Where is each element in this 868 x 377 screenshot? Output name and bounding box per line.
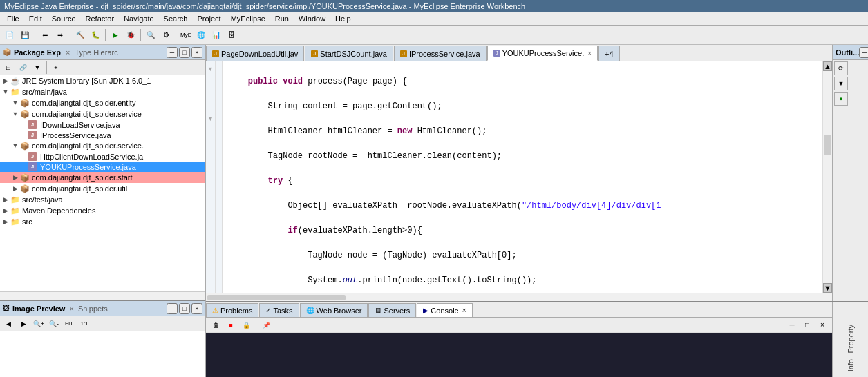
toolbar-run-btn[interactable]: ▶ xyxy=(108,28,122,42)
bl-maximize-btn[interactable]: □ xyxy=(179,303,190,314)
minimize-btn[interactable]: ─ xyxy=(167,47,178,58)
tab-iprocess[interactable]: J IProcessService.java xyxy=(394,46,487,61)
tree-item-service[interactable]: ▼ 📦 com.dajiangtai.djt_spider.service xyxy=(0,108,205,119)
tab-overflow[interactable]: +4 xyxy=(598,46,620,61)
tree-item-jre[interactable]: ▶ ☕ JRE System Library [Sun JDK 1.6.0_1 xyxy=(0,75,205,86)
console-clear-btn[interactable]: 🗑 xyxy=(209,318,223,332)
tree-item-iprocess[interactable]: J IProcessService.java xyxy=(0,130,205,140)
tree-item-util[interactable]: ▶ 📦 com.dajiangtai.djt_spider.util xyxy=(0,183,205,194)
tab-startdsj[interactable]: J StartDSJCount.java xyxy=(305,46,393,61)
outline-btn1[interactable]: ⟳ xyxy=(834,61,848,75)
pkg-link-btn[interactable]: 🔗 xyxy=(16,61,30,75)
close-btn[interactable]: × xyxy=(191,47,202,58)
toolbar-btn2[interactable]: ➡ xyxy=(53,28,67,42)
toolbar-search-btn[interactable]: 🔍 xyxy=(144,28,158,42)
menu-file[interactable]: File xyxy=(3,13,23,24)
bl-close-btn[interactable]: × xyxy=(191,303,202,314)
editor-hscroll[interactable] xyxy=(206,293,832,301)
menu-run[interactable]: Run xyxy=(271,13,293,24)
menu-navigate[interactable]: Navigate xyxy=(120,13,158,24)
tab-console[interactable]: ▶ Console × xyxy=(417,303,472,317)
scroll-track[interactable] xyxy=(823,71,832,135)
toolbar-save-btn[interactable]: 💾 xyxy=(18,28,32,42)
console-stop-btn[interactable]: ■ xyxy=(224,318,238,332)
snippets-tab[interactable]: Snippets xyxy=(78,304,108,313)
pkg-new-btn[interactable]: + xyxy=(49,61,63,75)
toolbar-debug-btn[interactable]: 🐞 xyxy=(124,28,138,42)
console-min-btn[interactable]: ─ xyxy=(785,318,799,332)
tab-webbrowser[interactable]: 🌐 Web Browser xyxy=(300,303,368,317)
menu-window[interactable]: Window xyxy=(294,13,330,24)
tree-item-src[interactable]: ▶ 📁 src xyxy=(0,216,205,227)
web-icon: 🌐 xyxy=(306,307,314,314)
toolbar-prefs-btn[interactable]: ⚙ xyxy=(159,28,173,42)
toolbar-btn4[interactable]: 🐛 xyxy=(88,28,102,42)
bl-minimize-btn[interactable]: ─ xyxy=(167,303,178,314)
scroll-down-btn[interactable]: ▼ xyxy=(823,283,832,293)
tree-item-src-test[interactable]: ▶ 📁 src/test/java xyxy=(0,194,205,205)
tab-java-icon: J xyxy=(212,50,219,57)
console-close-btn[interactable]: × xyxy=(815,318,829,332)
menu-help[interactable]: Help xyxy=(331,13,355,24)
scroll-track2[interactable] xyxy=(823,155,832,283)
maximize-btn[interactable]: □ xyxy=(179,47,190,58)
img-fit-btn[interactable]: FIT xyxy=(62,317,76,331)
menu-search[interactable]: Search xyxy=(160,13,192,24)
tree-arrow: ▼ xyxy=(11,99,19,106)
package-tree[interactable]: ▶ ☕ JRE System Library [Sun JDK 1.6.0_1 … xyxy=(0,75,205,291)
code-content[interactable]: public void process(Page page) { String … xyxy=(223,61,822,293)
menu-myeclipse[interactable]: MyEclipse xyxy=(227,13,270,24)
hscroll-thumb[interactable] xyxy=(207,295,346,300)
tab-close-icon[interactable]: × xyxy=(587,50,592,57)
img-actual-btn[interactable]: 1:1 xyxy=(77,317,91,331)
console-scroll-lock-btn[interactable]: 🔒 xyxy=(239,318,253,332)
tab-youku[interactable]: J YOUKUProcessService. × xyxy=(487,46,598,61)
menu-source[interactable]: Source xyxy=(48,13,80,24)
tree-item-src-main[interactable]: ▼ 📁 src/main/java xyxy=(0,86,205,97)
toolbar-btn1[interactable]: ⬅ xyxy=(38,28,52,42)
image-preview-tab[interactable]: Image Preview xyxy=(12,304,65,313)
outline-btn2[interactable]: ▼ xyxy=(834,77,848,90)
tree-item-httpclient[interactable]: J HttpClientDownLoadService.ja xyxy=(0,151,205,162)
editor-vscroll[interactable]: ▲ ▼ xyxy=(822,61,832,293)
toolbar-row1: 📄 💾 ⬅ ➡ 🔨 🐛 ▶ 🐞 🔍 ⚙ MyE 🌐 📊 🗄 xyxy=(0,26,868,45)
menu-edit[interactable]: Edit xyxy=(25,13,46,24)
toolbar-sep5 xyxy=(176,29,176,41)
toolbar-btn7[interactable]: 📊 xyxy=(209,28,223,42)
tree-item-idownload[interactable]: J IDownLoadService.java xyxy=(0,119,205,130)
toolbar-btn3[interactable]: 🔨 xyxy=(73,28,87,42)
pkg-tab-inactive[interactable]: Type Hierarc xyxy=(75,48,117,57)
img-zoom-in-btn[interactable]: 🔍+ xyxy=(32,317,46,331)
pkg-tab-active[interactable]: Package Exp xyxy=(14,48,61,57)
tree-item-entity[interactable]: ▼ 📦 com.dajiangtai.djt_spider.entity xyxy=(0,97,205,108)
outline-min-btn[interactable]: ─ xyxy=(859,47,868,58)
pkg-collapse-btn[interactable]: ⊟ xyxy=(1,61,15,75)
toolbar-new-btn[interactable]: 📄 xyxy=(3,28,17,42)
tab-close[interactable]: × xyxy=(462,307,466,314)
pkg-hscroll[interactable] xyxy=(0,291,205,300)
tree-item-start[interactable]: ▶ 📦 com.dajiangtai.djt_spider.start xyxy=(0,172,205,183)
tab-servers[interactable]: 🖥 Servers xyxy=(368,303,416,317)
toolbar-btn6[interactable]: 🌐 xyxy=(194,28,208,42)
console-pin-btn[interactable]: 📌 xyxy=(259,318,273,332)
toolbar-sep3 xyxy=(105,29,106,41)
toolbar-btn8[interactable]: 🗄 xyxy=(225,28,238,42)
toolbar-btn5[interactable]: MyE xyxy=(179,28,193,42)
tab-pagedownload[interactable]: J PageDownLoadUtil.jav xyxy=(206,46,304,61)
tab-tasks[interactable]: ✓ Tasks xyxy=(259,303,299,317)
menu-refactor[interactable]: Refactor xyxy=(82,13,119,24)
tree-item-youku[interactable]: J YOUKUProcessService.java xyxy=(0,162,205,172)
console-content[interactable] xyxy=(206,333,832,377)
scroll-thumb[interactable] xyxy=(824,135,831,155)
img-zoom-out-btn[interactable]: 🔍- xyxy=(47,317,61,331)
img-next-btn[interactable]: ▶ xyxy=(17,317,30,331)
img-prev-btn[interactable]: ◀ xyxy=(1,317,15,331)
outline-btn3[interactable]: ● xyxy=(834,92,848,106)
console-max-btn[interactable]: □ xyxy=(800,318,814,332)
tree-item-service-impl[interactable]: ▼ 📦 com.dajiangtai.djt_spider.service. xyxy=(0,140,205,151)
tree-item-maven[interactable]: ▶ 📁 Maven Dependencies xyxy=(0,205,205,216)
pkg-menu-btn[interactable]: ▼ xyxy=(30,61,44,75)
menu-project[interactable]: Project xyxy=(193,13,225,24)
tab-problems[interactable]: ⚠ Problems xyxy=(206,303,258,317)
scroll-up-btn[interactable]: ▲ xyxy=(823,61,832,71)
